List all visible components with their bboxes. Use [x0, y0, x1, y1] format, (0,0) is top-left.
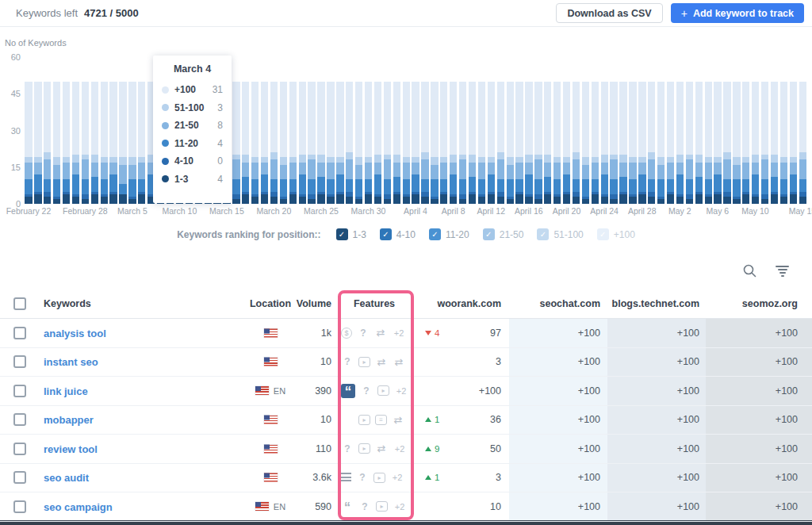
chart-bar[interactable]: [619, 82, 626, 204]
chart-bar[interactable]: [232, 82, 239, 204]
chart-bar[interactable]: [82, 82, 89, 204]
chart-bar[interactable]: [610, 82, 617, 204]
checked-checkbox[interactable]: ✓: [537, 228, 549, 240]
position-filter-51-100[interactable]: ✓51-100: [537, 228, 583, 240]
chart-bar[interactable]: [601, 82, 608, 204]
checked-checkbox[interactable]: ✓: [380, 228, 392, 240]
chart-bar[interactable]: [270, 82, 278, 204]
chart-bar[interactable]: [63, 82, 70, 204]
chart-bar[interactable]: [497, 82, 504, 204]
chart-bar[interactable]: [327, 82, 334, 204]
chart-bar[interactable]: [667, 82, 674, 204]
chart-bar[interactable]: [761, 82, 768, 204]
chart-bar[interactable]: [676, 82, 684, 204]
checked-checkbox[interactable]: ✓: [336, 228, 348, 240]
chart-bar[interactable]: [553, 82, 561, 204]
chart-bar[interactable]: [365, 82, 372, 204]
position-filter-1-3[interactable]: ✓1-3: [336, 228, 366, 240]
chart-bar[interactable]: [544, 82, 551, 204]
chart-bar[interactable]: [72, 82, 79, 204]
chart-bar[interactable]: [336, 82, 343, 204]
chart-bar[interactable]: [101, 82, 108, 204]
chart-bar[interactable]: [563, 82, 570, 204]
chart-bar[interactable]: [525, 82, 532, 204]
position-filter-4-10[interactable]: ✓4-10: [380, 228, 416, 240]
chart-bar[interactable]: [412, 82, 419, 204]
chart-bar[interactable]: [592, 82, 599, 204]
chart-bar[interactable]: [723, 82, 730, 204]
chart-bar[interactable]: [346, 82, 353, 204]
chart-bar[interactable]: [450, 82, 457, 204]
chart-bar[interactable]: [53, 82, 60, 204]
chart-bar[interactable]: [403, 82, 410, 204]
chart-bar[interactable]: [790, 82, 797, 204]
row-checkbox[interactable]: [13, 471, 26, 484]
chart-bar[interactable]: [299, 82, 306, 204]
chart-bar[interactable]: [355, 82, 362, 204]
chart-bar[interactable]: [638, 82, 645, 204]
position-filter-21-50[interactable]: ✓21-50: [483, 228, 524, 240]
row-checkbox[interactable]: [13, 413, 26, 426]
chart-bar[interactable]: [657, 82, 665, 204]
chart-bar[interactable]: [695, 82, 703, 204]
chart-bar[interactable]: [138, 82, 145, 204]
chart-bar[interactable]: [384, 82, 391, 204]
chart-bar[interactable]: [421, 82, 428, 204]
add-keyword-button[interactable]: + Add keyword to track: [671, 3, 804, 23]
chart-bar[interactable]: [573, 82, 580, 204]
keyword-link[interactable]: analysis tool: [44, 327, 106, 339]
chart-bar[interactable]: [91, 82, 98, 204]
chart-bar[interactable]: [289, 82, 297, 204]
chart-bar[interactable]: [374, 82, 381, 204]
keyword-link[interactable]: review tool: [44, 443, 98, 454]
chart-bar[interactable]: [109, 82, 117, 204]
chart-bar[interactable]: [317, 82, 324, 204]
chart-bar[interactable]: [582, 82, 589, 204]
chart-bar[interactable]: [261, 82, 268, 204]
checked-checkbox[interactable]: ✓: [597, 228, 609, 240]
chart-bar[interactable]: [34, 82, 41, 204]
position-filter-+100[interactable]: ✓+100: [597, 228, 635, 240]
chart-bar[interactable]: [469, 82, 476, 204]
checked-checkbox[interactable]: ✓: [483, 228, 495, 240]
keyword-link[interactable]: mobapper: [44, 414, 94, 426]
chart-bar[interactable]: [733, 82, 740, 204]
row-checkbox[interactable]: [13, 443, 26, 455]
chart-bar[interactable]: [393, 82, 400, 204]
chart-bar[interactable]: [507, 82, 514, 204]
chart-bar[interactable]: [242, 82, 249, 204]
keyword-link[interactable]: link juice: [44, 385, 88, 397]
filter-icon[interactable]: [776, 266, 789, 278]
chart-bar[interactable]: [629, 82, 636, 204]
chart-bar[interactable]: [308, 82, 315, 204]
chart-bar[interactable]: [440, 82, 447, 204]
chart-bar[interactable]: [705, 82, 712, 204]
chart-bar[interactable]: [515, 82, 523, 204]
position-filter-11-20[interactable]: ✓11-20: [429, 228, 469, 240]
download-csv-button[interactable]: Download as CSV: [556, 3, 662, 23]
chart-bar[interactable]: [742, 82, 749, 204]
chart-bar[interactable]: [44, 82, 51, 204]
select-all-checkbox[interactable]: [13, 297, 26, 310]
chart-bar[interactable]: [280, 82, 287, 204]
keyword-link[interactable]: instant seo: [44, 356, 98, 368]
chart-bar[interactable]: [686, 82, 693, 204]
chart-bar[interactable]: [488, 82, 495, 204]
chart-bar[interactable]: [478, 82, 485, 204]
keyword-link[interactable]: seo campaign: [44, 500, 113, 512]
chart-bar[interactable]: [780, 82, 787, 204]
row-checkbox[interactable]: [13, 385, 26, 397]
chart-bar[interactable]: [648, 82, 655, 204]
chart-bar[interactable]: [714, 82, 721, 204]
chart-bar[interactable]: [251, 82, 259, 204]
chart-bar[interactable]: [752, 82, 759, 204]
search-icon[interactable]: [742, 263, 757, 282]
chart-bar[interactable]: [25, 82, 32, 204]
chart-bar[interactable]: [534, 82, 542, 204]
keyword-link[interactable]: seo audit: [44, 472, 89, 484]
row-checkbox[interactable]: [13, 327, 26, 339]
row-checkbox[interactable]: [13, 500, 26, 513]
chart-bar[interactable]: [128, 82, 136, 204]
checked-checkbox[interactable]: ✓: [429, 228, 441, 240]
chart-bar[interactable]: [119, 82, 126, 204]
